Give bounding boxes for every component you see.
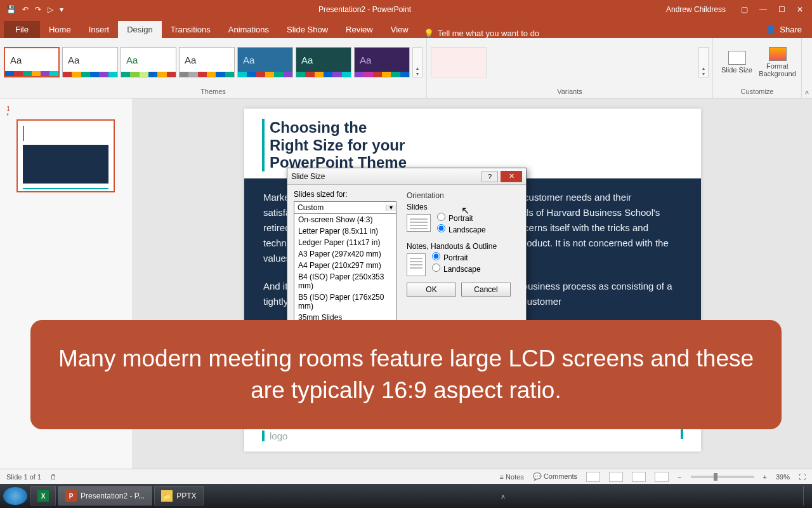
slide-logo[interactable]: logo: [262, 431, 287, 441]
status-bar: Slide 1 of 1 🗒 ≡ Notes 💬 Comments − + 39…: [0, 469, 812, 484]
ok-button[interactable]: OK: [407, 283, 456, 297]
share-icon: 👤: [766, 25, 776, 34]
dropdown-option[interactable]: On-screen Show (4:3): [294, 214, 396, 225]
caption-overlay: Many modern meeting rooms feature large …: [30, 320, 782, 429]
ribbon-tabs: File Home Insert Design Transitions Anim…: [0, 19, 812, 38]
qat-more-icon[interactable]: ▾: [60, 5, 63, 14]
slide-title[interactable]: Choosing theRight Size for yourPowerPoin…: [262, 119, 407, 171]
theme-thumb[interactable]: Aa: [354, 47, 410, 77]
taskbar-expand-icon[interactable]: ʌ: [497, 493, 509, 500]
tell-me-search[interactable]: 💡 Tell me what you want to do: [424, 29, 539, 38]
minimize-icon[interactable]: —: [759, 5, 767, 14]
dropdown-option[interactable]: Ledger Paper (11x17 in): [294, 237, 396, 248]
taskbar-excel[interactable]: X: [30, 486, 56, 505]
tab-transitions[interactable]: Transitions: [162, 21, 219, 38]
tab-home[interactable]: Home: [40, 21, 80, 38]
sized-for-combo[interactable]: Custom ▼: [294, 201, 396, 214]
slides-orientation-label: Slides: [407, 203, 520, 211]
powerpoint-icon: P: [65, 490, 77, 502]
save-icon[interactable]: 💾: [6, 5, 16, 14]
slide-sorter-button[interactable]: [609, 472, 623, 482]
customize-group: Slide Size Format Background Customize: [713, 38, 802, 98]
page-orientation-icon: [407, 253, 426, 276]
redo-icon[interactable]: ↷: [35, 5, 41, 14]
notes-portrait-radio[interactable]: Portrait: [432, 252, 481, 264]
dropdown-option[interactable]: A3 Paper (297x420 mm): [294, 248, 396, 260]
theme-thumb[interactable]: Aa: [237, 47, 293, 77]
tab-insert[interactable]: Insert: [80, 21, 119, 38]
theme-thumb[interactable]: Aa: [296, 47, 351, 77]
share-button[interactable]: 👤 Share: [756, 21, 812, 38]
slide-counter[interactable]: Slide 1 of 1: [6, 473, 41, 481]
tab-design[interactable]: Design: [118, 21, 161, 38]
dropdown-option[interactable]: B5 (ISO) Paper (176x250 mm): [294, 291, 396, 312]
taskbar-powerpoint[interactable]: PPresentation2 - P...: [58, 486, 152, 505]
taskbar-folder[interactable]: 📁PPTX: [154, 486, 203, 505]
window-title: Presentation2 - PowerPoint: [70, 5, 660, 14]
tab-animations[interactable]: Animations: [219, 21, 278, 38]
tab-slideshow[interactable]: Slide Show: [278, 21, 337, 38]
variants-group: ▴▾ Variants: [427, 38, 713, 98]
ribbon-display-icon[interactable]: ▢: [741, 5, 748, 14]
slides-landscape-radio[interactable]: Landscape: [437, 224, 486, 236]
dialog-title: Slide Size: [291, 172, 479, 181]
slideshow-view-button[interactable]: [655, 472, 669, 482]
theme-thumb[interactable]: Aa: [179, 47, 235, 77]
window-buttons: ▢ — ☐ ✕: [732, 5, 812, 14]
tell-me-placeholder: Tell me what you want to do: [438, 29, 539, 38]
slide-size-button[interactable]: Slide Size: [718, 42, 756, 83]
variants-label: Variants: [427, 86, 712, 98]
dropdown-option[interactable]: B4 (ISO) Paper (250x353 mm): [294, 271, 396, 291]
notes-landscape-radio[interactable]: Landscape: [432, 264, 481, 275]
fit-to-window-button[interactable]: ⛶: [799, 473, 806, 481]
variants-more-button[interactable]: ▴▾: [698, 47, 709, 77]
taskbar: X PPresentation2 - P... 📁PPTX ʌ: [0, 484, 812, 508]
sized-for-label: Slides sized for:: [294, 190, 399, 199]
zoom-out-button[interactable]: −: [678, 473, 681, 481]
dropdown-option[interactable]: Letter Paper (8.5x11 in): [294, 225, 396, 237]
cancel-button[interactable]: Cancel: [461, 283, 511, 297]
slides-portrait-radio[interactable]: Portrait: [437, 213, 486, 224]
start-button[interactable]: [3, 486, 28, 505]
theme-thumb[interactable]: Aa: [62, 47, 118, 77]
customize-label: Customize: [713, 86, 801, 98]
excel-icon: X: [37, 490, 49, 502]
slide-size-icon: [728, 51, 746, 65]
notes-orientation-label: Notes, Handouts & Outline: [407, 242, 520, 251]
chevron-down-icon[interactable]: ▼: [386, 204, 396, 211]
zoom-in-button[interactable]: +: [763, 473, 767, 481]
title-bar: 💾 ↶ ↷ ▷ ▾ Presentation2 - PowerPoint And…: [0, 0, 812, 19]
themes-label: Themes: [0, 86, 426, 98]
normal-view-button[interactable]: [586, 472, 600, 482]
maximize-icon[interactable]: ☐: [778, 5, 785, 14]
theme-thumb[interactable]: Aa: [4, 47, 60, 77]
close-icon[interactable]: ✕: [797, 5, 803, 14]
tab-file[interactable]: File: [4, 21, 40, 38]
close-icon[interactable]: ✕: [501, 171, 522, 182]
zoom-level[interactable]: 39%: [776, 473, 790, 481]
page-orientation-icon: [407, 214, 431, 232]
help-icon[interactable]: ?: [481, 171, 498, 182]
reading-view-button[interactable]: [632, 472, 646, 482]
tab-view[interactable]: View: [382, 21, 417, 38]
tab-review[interactable]: Review: [337, 21, 382, 38]
theme-thumb[interactable]: Aa: [121, 47, 176, 77]
user-name[interactable]: Andrew Childress: [660, 5, 732, 14]
start-from-beginning-icon[interactable]: ▷: [48, 5, 53, 14]
undo-icon[interactable]: ↶: [22, 5, 29, 14]
orientation-label: Orientation: [407, 191, 520, 200]
comments-button[interactable]: 💬 Comments: [533, 472, 577, 481]
sized-for-dropdown: On-screen Show (4:3) Letter Paper (8.5x1…: [294, 214, 396, 335]
themes-more-button[interactable]: ▴▾: [412, 47, 422, 77]
spellcheck-icon[interactable]: 🗒: [50, 473, 57, 481]
notes-button[interactable]: ≡ Notes: [500, 473, 524, 481]
format-background-button[interactable]: Format Background: [759, 42, 797, 83]
show-desktop-button[interactable]: [803, 486, 809, 505]
dialog-titlebar[interactable]: Slide Size ? ✕: [287, 168, 526, 185]
format-background-icon: [769, 47, 787, 61]
variant-thumb[interactable]: [431, 47, 487, 77]
dropdown-option[interactable]: A4 Paper (210x297 mm): [294, 260, 396, 271]
zoom-slider[interactable]: [691, 476, 754, 478]
slide-thumbnail[interactable]: [16, 119, 115, 192]
collapse-ribbon-icon[interactable]: ʌ: [802, 38, 812, 98]
